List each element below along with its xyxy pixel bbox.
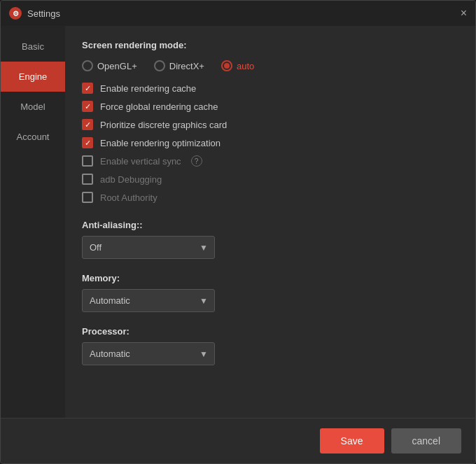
main-content: Screen rendering mode: OpenGL+ DirectX+ …: [65, 26, 475, 418]
checkbox-vsync[interactable]: Enable vertical sync ?: [82, 155, 458, 167]
checkbox-root-auth-box: [82, 192, 93, 203]
footer: Save cancel: [1, 418, 475, 463]
checkbox-rendering-cache[interactable]: ✓ Enable rendering cache: [82, 83, 458, 94]
checkbox-adb-debug[interactable]: adb Debugging: [82, 174, 458, 185]
save-button[interactable]: Save: [320, 428, 384, 454]
checkbox-adb-debug-label: adb Debugging: [100, 174, 162, 185]
checkbox-global-cache-box: ✓: [82, 101, 93, 112]
radio-directx-label: DirectX+: [169, 61, 204, 71]
processor-label: Processor:: [82, 326, 458, 337]
radio-opengl-label: OpenGL+: [97, 61, 137, 71]
memory-label: Memory:: [82, 273, 458, 283]
checkbox-rendering-cache-box: ✓: [82, 83, 93, 94]
sidebar-item-model[interactable]: Model: [1, 92, 65, 122]
vsync-help-icon[interactable]: ?: [191, 155, 202, 167]
checkbox-vsync-label: Enable vertical sync: [100, 156, 181, 167]
radio-opengl-indicator: [82, 60, 93, 71]
sidebar-item-basic[interactable]: Basic: [1, 31, 65, 62]
titlebar-left: ⚙ Settings: [9, 7, 60, 20]
sidebar-item-engine[interactable]: Engine: [1, 62, 65, 92]
memory-select-wrapper: Automatic 512 MB 1 GB 2 GB 4 GB ▼: [82, 289, 215, 312]
checkbox-rendering-opt-box: ✓: [82, 137, 93, 148]
radio-opengl[interactable]: OpenGL+: [82, 60, 137, 71]
app-icon: ⚙: [9, 7, 22, 20]
settings-window: ⚙ Settings × Basic Engine Model Account …: [0, 0, 476, 464]
radio-auto-label: auto: [237, 61, 254, 71]
radio-auto[interactable]: auto: [221, 60, 254, 71]
radio-auto-fill: [224, 63, 230, 69]
anti-aliasing-group: Anti-aliasing:: Off 2x MSAA 4x MSAA 8x M…: [82, 220, 458, 259]
rendering-mode-group: OpenGL+ DirectX+ auto: [82, 60, 458, 71]
checkbox-vsync-box: [82, 155, 93, 167]
sidebar-item-account[interactable]: Account: [1, 122, 65, 152]
checkbox-root-auth[interactable]: Root Authority: [82, 192, 458, 203]
memory-group: Memory: Automatic 512 MB 1 GB 2 GB 4 GB …: [82, 273, 458, 312]
checkbox-discrete-gpu-box: ✓: [82, 119, 93, 130]
anti-aliasing-label: Anti-aliasing::: [82, 220, 458, 230]
checkbox-rendering-cache-label: Enable rendering cache: [100, 83, 196, 94]
memory-select[interactable]: Automatic 512 MB 1 GB 2 GB 4 GB: [82, 289, 215, 312]
window-title: Settings: [27, 8, 60, 19]
cancel-button[interactable]: cancel: [391, 428, 461, 454]
checkbox-global-cache-label: Force global rendering cache: [100, 101, 218, 112]
anti-aliasing-select[interactable]: Off 2x MSAA 4x MSAA 8x MSAA: [82, 236, 215, 259]
checkbox-rendering-opt-label: Enable rendering optimization: [100, 138, 220, 148]
processor-group: Processor: Automatic 1 Core 2 Cores 4 Co…: [82, 326, 458, 365]
screen-rendering-label: Screen rendering mode:: [82, 40, 458, 50]
checkbox-discrete-gpu-label: Prioritize discrete graphics card: [100, 120, 227, 130]
checkbox-global-cache[interactable]: ✓ Force global rendering cache: [82, 101, 458, 112]
anti-aliasing-select-wrapper: Off 2x MSAA 4x MSAA 8x MSAA ▼: [82, 236, 215, 259]
radio-directx[interactable]: DirectX+: [154, 60, 204, 71]
processor-select[interactable]: Automatic 1 Core 2 Cores 4 Cores: [82, 342, 215, 365]
checkbox-rendering-opt[interactable]: ✓ Enable rendering optimization: [82, 137, 458, 148]
processor-select-wrapper: Automatic 1 Core 2 Cores 4 Cores ▼: [82, 342, 215, 365]
checkbox-discrete-gpu[interactable]: ✓ Prioritize discrete graphics card: [82, 119, 458, 130]
close-icon[interactable]: ×: [461, 8, 467, 19]
checkbox-adb-debug-box: [82, 174, 93, 185]
checkbox-list: ✓ Enable rendering cache ✓ Force global …: [82, 83, 458, 203]
content-area: Basic Engine Model Account Screen render…: [1, 26, 475, 418]
checkbox-root-auth-label: Root Authority: [100, 192, 158, 203]
radio-directx-indicator: [154, 60, 165, 71]
titlebar: ⚙ Settings ×: [1, 1, 475, 26]
sidebar: Basic Engine Model Account: [1, 26, 65, 418]
radio-auto-indicator: [221, 60, 232, 71]
